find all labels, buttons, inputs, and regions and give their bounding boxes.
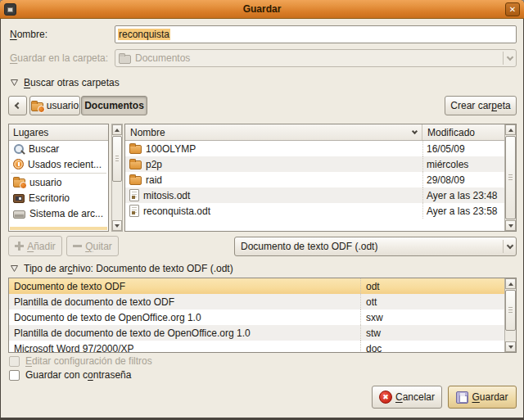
places-scrollbar[interactable] [111,124,123,232]
recent-icon [13,159,24,169]
chevron-down-icon [507,242,513,248]
plus-icon [15,242,24,251]
scroll-up-icon[interactable] [112,124,122,135]
filename-input[interactable]: reconquista [115,25,517,43]
file-row[interactable]: p2p miércoles [125,156,504,172]
filetype-row[interactable]: Plantilla de documento de texto de OpenO… [9,325,504,341]
file-name: raid [146,174,162,186]
filetype-ext: stw [360,325,504,341]
filetype-scrollbar[interactable] [504,278,516,352]
path-segment-label: usuario [47,100,79,111]
place-label: Usados recient... [28,159,102,170]
chevron-left-icon [14,102,20,109]
place-label: Sistema de arc... [29,208,103,219]
path-segment-documentos[interactable]: Documentos [81,96,147,115]
filetype-ext: odt [360,278,504,294]
column-label: Nombre [130,127,165,138]
password-checkbox[interactable] [9,370,20,381]
add-button: Añadir [8,236,62,256]
save-in-folder-combo: Documentos [115,49,517,67]
save-in-folder-value: Documentos [135,52,190,64]
place-item-sistema[interactable]: Sistema de arc... [9,205,108,221]
file-modified: 29/08/09 [422,172,504,187]
filetype-scrollbar-thumb[interactable] [505,290,516,331]
filetype-list: Documento de texto ODF odt Plantilla de … [8,278,517,353]
file-list-scrollbar[interactable] [504,124,516,231]
home-folder-icon [31,102,43,111]
cancel-label: Cancelar [395,391,435,403]
filetype-name: Documento de texto ODF [9,281,360,292]
browse-folders-expander[interactable]: Buscar otras carpetas [10,77,120,88]
folder-icon [129,160,142,169]
places-bottom-strip [10,227,107,230]
filetype-name: Plantilla de documento de texto ODF [9,296,360,308]
window-menu-icon[interactable] [4,3,16,16]
place-label: usuario [29,177,61,188]
drive-icon [13,210,25,219]
name-label: Nombre: [10,29,47,40]
file-name: reconquista.odt [143,205,210,217]
place-item-usuario[interactable]: usuario [9,174,108,190]
format-combo[interactable]: Documento de texto ODF (.odt) [234,237,517,256]
places-scrollbar-thumb[interactable] [112,136,122,182]
scroll-down-icon[interactable] [112,220,122,231]
file-row[interactable]: reconquista.odt Ayer a las 23:58 [125,203,504,219]
floppy-save-icon [456,391,468,404]
combo-separator [503,52,504,65]
file-list-pane: Nombre Modificado 100OLYMP 16/05/09 p2p … [124,124,517,232]
scroll-up-icon[interactable] [505,278,516,289]
filetype-row[interactable]: Microsoft Word 97/2000/XP doc [9,341,504,353]
save-dialog: Guardar ✕ Nombre: reconquista Guardar en… [0,0,524,420]
home-folder-icon [13,178,25,187]
column-header-modificado[interactable]: Modificado [422,124,504,140]
place-item-recientes[interactable]: Usados recient... [9,156,108,172]
places-pane: Lugares Buscar Usados recient... usuario… [8,124,109,232]
file-list-scrollbar-thumb[interactable] [505,136,516,219]
cancel-icon: ✖ [379,391,392,404]
scroll-down-icon[interactable] [505,220,516,231]
column-header-nombre[interactable]: Nombre [125,124,422,140]
path-back-button[interactable] [8,96,27,115]
remove-button: Quitar [66,236,119,256]
scroll-down-icon[interactable] [505,341,516,352]
file-name: 100OLYMP [146,143,196,155]
file-row[interactable]: raid 29/08/09 [125,172,504,187]
cancel-button[interactable]: ✖ Cancelar [372,386,442,409]
expander-triangle-icon [10,264,19,273]
close-icon[interactable]: ✕ [505,2,520,16]
file-list-header: Nombre Modificado [125,124,504,141]
save-button[interactable]: Guardar [448,386,517,409]
place-label: Escritorio [29,192,70,204]
filetype-row[interactable]: Documento de texto de OpenOffice.org 1.0… [9,309,504,325]
place-item-escritorio[interactable]: Escritorio [9,190,108,205]
dialog-content: Nombre: reconquista Guardar en la carpet… [1,19,523,418]
file-row[interactable]: 100OLYMP 16/05/09 [125,141,504,156]
filetype-row[interactable]: Plantilla de documento de texto ODF ott [9,294,504,309]
file-modified: Ayer a las 23:48 [422,187,504,203]
edit-filter-label: Editar configuración de filtros [25,355,152,367]
file-modified: miércoles [422,156,504,172]
filetype-ext: ott [360,294,504,309]
filetype-expander[interactable]: Tipo de archivo: Documento de texto ODF … [10,263,233,274]
filetype-name: Microsoft Word 97/2000/XP [9,343,360,354]
filetype-name: Documento de texto de OpenOffice.org 1.0 [9,312,360,323]
file-name: p2p [146,159,162,170]
places-header[interactable]: Lugares [9,124,108,141]
file-row[interactable]: mitosis.odt Ayer a las 23:48 [125,187,504,203]
scroll-up-icon[interactable] [505,124,516,135]
file-modified: 16/05/09 [422,141,504,156]
filetype-row-selected[interactable]: Documento de texto ODF odt [9,278,504,294]
password-checkbox-row[interactable]: Guardar con contraseña [9,369,131,381]
folder-icon [129,176,142,185]
document-icon [129,205,139,217]
place-item-buscar[interactable]: Buscar [9,141,108,156]
path-segment-usuario[interactable]: usuario [29,96,80,115]
titlebar[interactable]: Guardar ✕ [0,0,524,19]
filetype-expander-label: Tipo de archivo: Documento de texto ODF … [24,263,233,274]
document-icon [129,189,139,201]
create-folder-button[interactable]: Crear carpeta [445,96,517,115]
places-separator [11,173,106,174]
chevron-down-icon [507,53,513,60]
column-label: Modificado [427,127,475,138]
window-menu-inner [7,7,13,12]
